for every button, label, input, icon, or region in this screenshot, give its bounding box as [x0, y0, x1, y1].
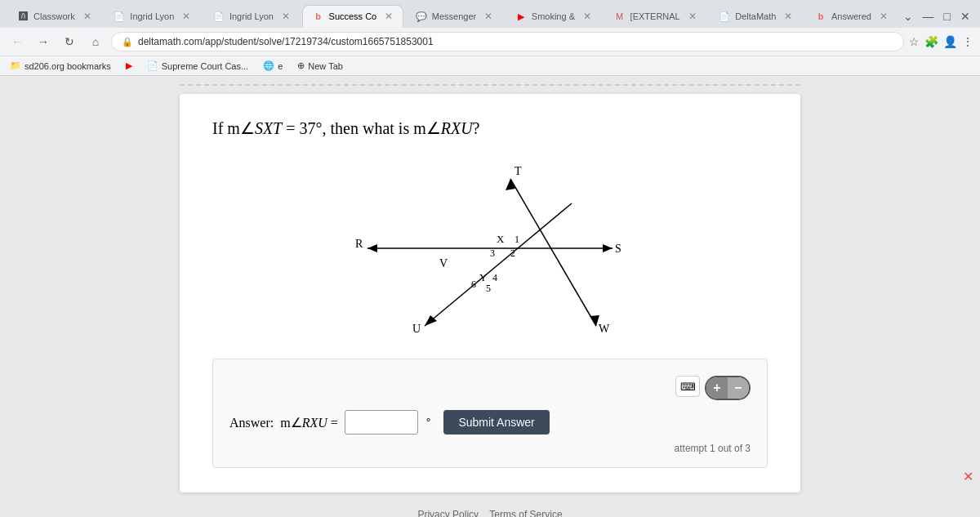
- lock-icon: 🔒: [122, 37, 133, 47]
- answer-label: Answer: m∠RXU =: [229, 415, 338, 430]
- tab-deltamath[interactable]: 📄 DeltaMath ✕: [708, 5, 803, 28]
- plus-minus-group: + −: [705, 376, 751, 400]
- label-S: S: [615, 243, 621, 255]
- minimize-btn[interactable]: —: [920, 8, 938, 25]
- tab-answered-label: Answered: [831, 11, 871, 21]
- tab-classwork-label: Classwork: [33, 11, 75, 21]
- more-btn[interactable]: ⋮: [962, 35, 973, 48]
- bookmark-e-label: e: [278, 61, 283, 71]
- privacy-policy-link[interactable]: Privacy Policy: [417, 509, 479, 517]
- label-R: R: [355, 238, 363, 250]
- terms-of-service-link[interactable]: Terms of Service: [489, 509, 562, 517]
- answer-input-row: Answer: m∠RXU = ° Submit Answer: [229, 410, 751, 435]
- ingrid2-icon: 📄: [213, 11, 225, 22]
- geometry-diagram: T S R X 1 2 3 V Y 4 5 6: [343, 154, 637, 342]
- tab-external-label: [EXTERNAL: [630, 11, 680, 21]
- answer-input[interactable]: [345, 410, 418, 435]
- bookmark-sd206-label: sd206.org bookmarks: [24, 61, 111, 71]
- tab-ingrid1-close[interactable]: ✕: [182, 11, 190, 22]
- tab-messenger[interactable]: 💬 Messenger ✕: [405, 5, 503, 28]
- address-actions: ☆ 🧩 👤 ⋮: [909, 35, 973, 48]
- tab-success-close[interactable]: ✕: [385, 11, 393, 22]
- forward-button[interactable]: →: [33, 31, 54, 52]
- tab-success-label: Success Co: [329, 11, 377, 21]
- attempt-text: attempt 1 out of 3: [229, 443, 751, 454]
- label-T: T: [514, 165, 522, 177]
- tab-answered-close[interactable]: ✕: [880, 11, 888, 22]
- address-bar[interactable]: 🔒 deltamath.com/app/student/solve/172197…: [111, 32, 904, 51]
- bookmark-e[interactable]: 🌐 e: [260, 59, 286, 73]
- svg-marker-2: [603, 244, 612, 252]
- messenger-icon: 💬: [416, 11, 427, 22]
- browser-chrome: 🅰 Classwork ✕ 📄 Ingrid Lyon ✕ 📄 Ingrid L…: [0, 0, 980, 76]
- label-2: 2: [510, 247, 515, 259]
- bookmark-newtab-label: New Tab: [308, 61, 343, 71]
- label-W: W: [599, 323, 610, 335]
- diagram-area: T S R X 1 2 3 V Y 4 5 6: [212, 154, 768, 342]
- tab-bar: 🅰 Classwork ✕ 📄 Ingrid Lyon ✕ 📄 Ingrid L…: [0, 0, 980, 28]
- tab-ingrid2-close[interactable]: ✕: [282, 11, 290, 22]
- bookmark-supreme[interactable]: 📄 Supreme Court Cas...: [144, 59, 252, 73]
- tab-messenger-label: Messenger: [432, 11, 476, 21]
- url-text: deltamath.com/app/student/solve/17219734…: [138, 36, 893, 47]
- tab-smoking-label: Smoking &: [532, 11, 575, 21]
- keyboard-button[interactable]: ⌨: [675, 376, 700, 397]
- answer-section: ⌨ + − Answer: m∠RXU = ° Submit Answer at…: [212, 359, 768, 468]
- footer: Privacy Policy Terms of Service Copyrigh…: [354, 492, 626, 517]
- label-U: U: [412, 323, 421, 335]
- tab-deltamath-label: DeltaMath: [735, 11, 776, 21]
- external-icon: M: [614, 11, 626, 22]
- tab-ingrid2-label: Ingrid Lyon: [229, 11, 274, 21]
- label-4: 4: [492, 272, 497, 283]
- tab-smoking-close[interactable]: ✕: [583, 11, 591, 22]
- label-V: V: [439, 257, 448, 270]
- label-X: X: [497, 233, 505, 245]
- bookmark-supreme-icon: 📄: [147, 60, 158, 71]
- tab-deltamath-close[interactable]: ✕: [784, 11, 792, 22]
- bookmark-star[interactable]: ☆: [909, 35, 920, 48]
- extensions-btn[interactable]: 🧩: [924, 35, 938, 48]
- tab-external-close[interactable]: ✕: [688, 11, 697, 22]
- tab-ingrid1-label: Ingrid Lyon: [130, 11, 174, 21]
- back-button[interactable]: ←: [7, 31, 28, 52]
- degree-symbol: °: [426, 416, 431, 429]
- maximize-btn[interactable]: □: [941, 8, 954, 25]
- tab-controls: ⌄ — □ ✕: [900, 8, 973, 25]
- bookmark-sd206[interactable]: 📁 sd206.org bookmarks: [7, 59, 114, 73]
- plus-button[interactable]: +: [706, 377, 728, 399]
- profile-btn[interactable]: 👤: [943, 35, 957, 48]
- page-content: If m∠SXT = 37°, then what is m∠RXU?: [0, 76, 980, 517]
- tab-messenger-close[interactable]: ✕: [484, 11, 492, 22]
- address-bar-row: ← → ↻ ⌂ 🔒 deltamath.com/app/student/solv…: [0, 28, 980, 56]
- tab-classwork-close[interactable]: ✕: [83, 11, 91, 22]
- dashed-divider: [180, 84, 800, 86]
- tab-answered[interactable]: b Answered ✕: [804, 5, 898, 28]
- bookmark-youtube-icon: ▶: [126, 60, 132, 71]
- submit-button[interactable]: Submit Answer: [443, 410, 549, 435]
- reload-button[interactable]: ↻: [59, 31, 80, 52]
- success-icon: b: [313, 11, 324, 22]
- svg-line-3: [510, 179, 596, 326]
- deltamath-icon: 📄: [719, 11, 730, 22]
- classwork-icon: 🅰: [17, 11, 29, 22]
- bookmark-youtube[interactable]: ▶: [122, 59, 136, 73]
- tab-ingrid1[interactable]: 📄 Ingrid Lyon ✕: [103, 5, 201, 28]
- ingrid1-icon: 📄: [114, 11, 125, 22]
- home-button[interactable]: ⌂: [85, 31, 106, 52]
- tab-list-btn[interactable]: ⌄: [900, 8, 916, 25]
- answered-icon: b: [815, 11, 826, 22]
- tab-classwork[interactable]: 🅰 Classwork ✕: [7, 5, 101, 28]
- bookmark-e-icon: 🌐: [263, 60, 274, 71]
- red-close-button[interactable]: ✕: [963, 469, 973, 484]
- label-6: 6: [471, 279, 476, 290]
- window-close-btn[interactable]: ✕: [957, 8, 973, 25]
- tab-ingrid2[interactable]: 📄 Ingrid Lyon ✕: [203, 5, 301, 28]
- minus-button[interactable]: −: [728, 377, 749, 399]
- bookmark-supreme-label: Supreme Court Cas...: [162, 61, 248, 71]
- tab-external[interactable]: M [EXTERNAL ✕: [604, 5, 707, 28]
- label-5: 5: [486, 283, 491, 294]
- tab-success[interactable]: b Success Co ✕: [302, 5, 403, 28]
- bookmark-sd206-icon: 📁: [10, 60, 21, 71]
- bookmark-newtab[interactable]: ⊕ New Tab: [294, 59, 346, 73]
- tab-smoking[interactable]: ▶ Smoking & ✕: [505, 5, 602, 28]
